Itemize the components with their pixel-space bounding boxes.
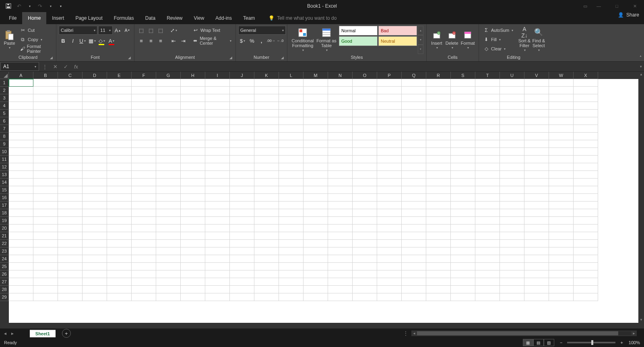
cell-S27[interactable] bbox=[451, 278, 475, 286]
cell-C6[interactable] bbox=[58, 117, 83, 125]
cell-O13[interactable] bbox=[353, 171, 377, 179]
cell-X23[interactable] bbox=[574, 247, 598, 255]
cell-A12[interactable] bbox=[9, 163, 33, 171]
row-header-20[interactable]: 20 bbox=[0, 224, 9, 232]
row-header-21[interactable]: 21 bbox=[0, 232, 9, 240]
cell-F20[interactable] bbox=[132, 224, 156, 232]
cell-A17[interactable] bbox=[9, 202, 33, 209]
cell-H27[interactable] bbox=[181, 278, 205, 286]
cell-Q28[interactable] bbox=[402, 286, 426, 293]
cell-B28[interactable] bbox=[33, 286, 58, 293]
cell-U7[interactable] bbox=[500, 125, 524, 133]
cell-W19[interactable] bbox=[549, 217, 574, 224]
find-select-button[interactable]: 🔍Find & Select bbox=[532, 26, 546, 54]
cell-S6[interactable] bbox=[451, 117, 475, 125]
cell-P1[interactable] bbox=[377, 79, 402, 87]
cell-U9[interactable] bbox=[500, 140, 524, 148]
cell-F5[interactable] bbox=[132, 110, 156, 117]
cell-L10[interactable] bbox=[279, 148, 303, 156]
cell-I4[interactable] bbox=[205, 102, 230, 110]
qat-customize[interactable]: ▾ bbox=[56, 2, 65, 10]
cell-T11[interactable] bbox=[475, 156, 500, 163]
cell-K11[interactable] bbox=[254, 156, 279, 163]
cell-V24[interactable] bbox=[524, 255, 549, 263]
cell-U15[interactable] bbox=[500, 186, 524, 194]
cell-Q20[interactable] bbox=[402, 224, 426, 232]
cell-A4[interactable] bbox=[9, 102, 33, 110]
cell-P15[interactable] bbox=[377, 186, 402, 194]
cell-O11[interactable] bbox=[353, 156, 377, 163]
cell-E9[interactable] bbox=[107, 140, 132, 148]
cell-N21[interactable] bbox=[328, 232, 353, 240]
cell-V18[interactable] bbox=[524, 209, 549, 217]
cell-X19[interactable] bbox=[574, 217, 598, 224]
cell-U27[interactable] bbox=[500, 278, 524, 286]
clear-button[interactable]: ◇Clear bbox=[481, 44, 515, 53]
cell-L25[interactable] bbox=[279, 263, 303, 270]
column-header-H[interactable]: H bbox=[181, 72, 205, 79]
cell-M17[interactable] bbox=[303, 202, 328, 209]
cell-G1[interactable] bbox=[156, 79, 181, 87]
cell-L3[interactable] bbox=[279, 94, 303, 102]
cell-E5[interactable] bbox=[107, 110, 132, 117]
cell-J19[interactable] bbox=[230, 217, 254, 224]
cell-Q11[interactable] bbox=[402, 156, 426, 163]
conditional-formatting-button[interactable]: Conditional Formatting bbox=[290, 26, 316, 54]
cell-R10[interactable] bbox=[426, 148, 451, 156]
cell-B7[interactable] bbox=[33, 125, 58, 133]
row-header-23[interactable]: 23 bbox=[0, 247, 9, 255]
font-name-combo[interactable]: Calibri▾ bbox=[59, 26, 97, 35]
sort-filter-button[interactable]: AZ↓Sort & Filter bbox=[517, 26, 531, 54]
cell-O17[interactable] bbox=[353, 202, 377, 209]
cell-V14[interactable] bbox=[524, 179, 549, 186]
cell-V9[interactable] bbox=[524, 140, 549, 148]
cell-D29[interactable] bbox=[83, 293, 107, 301]
cell-D18[interactable] bbox=[83, 209, 107, 217]
cell-Q17[interactable] bbox=[402, 202, 426, 209]
cell-M16[interactable] bbox=[303, 194, 328, 202]
cell-O22[interactable] bbox=[353, 240, 377, 247]
cell-J17[interactable] bbox=[230, 202, 254, 209]
cell-H3[interactable] bbox=[181, 94, 205, 102]
cell-O18[interactable] bbox=[353, 209, 377, 217]
cells-area[interactable] bbox=[9, 79, 638, 323]
tab-insert[interactable]: Insert bbox=[46, 12, 70, 24]
row-header-8[interactable]: 8 bbox=[0, 133, 9, 140]
cell-J15[interactable] bbox=[230, 186, 254, 194]
cell-V21[interactable] bbox=[524, 232, 549, 240]
cell-B9[interactable] bbox=[33, 140, 58, 148]
cell-P20[interactable] bbox=[377, 224, 402, 232]
cell-J23[interactable] bbox=[230, 247, 254, 255]
cell-W8[interactable] bbox=[549, 133, 574, 140]
cell-R7[interactable] bbox=[426, 125, 451, 133]
cell-H9[interactable] bbox=[181, 140, 205, 148]
cell-F28[interactable] bbox=[132, 286, 156, 293]
cell-M2[interactable] bbox=[303, 87, 328, 94]
cell-S15[interactable] bbox=[451, 186, 475, 194]
cell-A25[interactable] bbox=[9, 263, 33, 270]
cell-R14[interactable] bbox=[426, 179, 451, 186]
column-header-A[interactable]: A bbox=[9, 72, 33, 79]
italic-button[interactable]: I bbox=[68, 36, 77, 45]
cell-N4[interactable] bbox=[328, 102, 353, 110]
cell-K10[interactable] bbox=[254, 148, 279, 156]
row-header-27[interactable]: 27 bbox=[0, 278, 9, 286]
cell-U22[interactable] bbox=[500, 240, 524, 247]
cell-W17[interactable] bbox=[549, 202, 574, 209]
cell-E14[interactable] bbox=[107, 179, 132, 186]
cell-Q29[interactable] bbox=[402, 293, 426, 301]
cell-B26[interactable] bbox=[33, 270, 58, 278]
cell-M4[interactable] bbox=[303, 102, 328, 110]
cell-H4[interactable] bbox=[181, 102, 205, 110]
cell-V2[interactable] bbox=[524, 87, 549, 94]
cell-V8[interactable] bbox=[524, 133, 549, 140]
cell-P4[interactable] bbox=[377, 102, 402, 110]
cell-K29[interactable] bbox=[254, 293, 279, 301]
cell-P18[interactable] bbox=[377, 209, 402, 217]
cell-X24[interactable] bbox=[574, 255, 598, 263]
cell-F9[interactable] bbox=[132, 140, 156, 148]
cell-C11[interactable] bbox=[58, 156, 83, 163]
cell-X21[interactable] bbox=[574, 232, 598, 240]
cell-O25[interactable] bbox=[353, 263, 377, 270]
cell-M19[interactable] bbox=[303, 217, 328, 224]
